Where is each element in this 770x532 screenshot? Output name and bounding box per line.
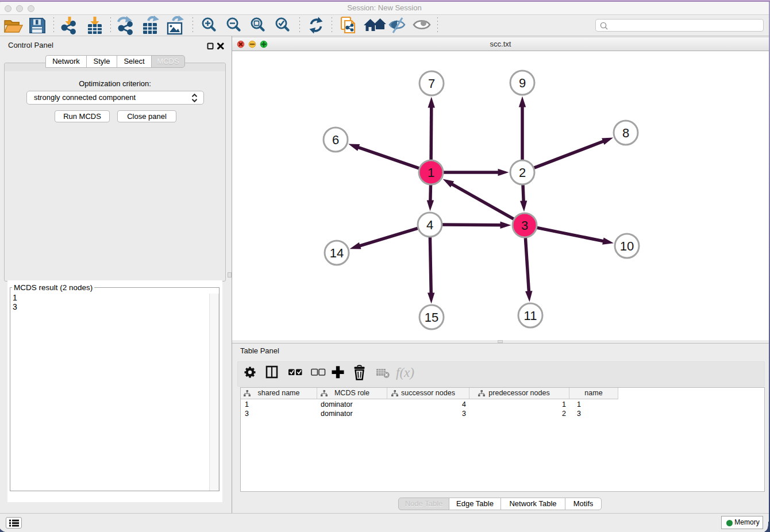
svg-text:f(x): f(x): [396, 365, 414, 380]
svg-text:4: 4: [426, 218, 433, 232]
svg-text:8: 8: [622, 126, 629, 140]
svg-text:6: 6: [332, 133, 339, 147]
svg-text:2: 2: [519, 165, 526, 180]
svg-text:1: 1: [428, 165, 434, 180]
svg-text:9: 9: [519, 76, 526, 90]
svg-text:3: 3: [521, 218, 528, 233]
svg-text:14: 14: [330, 246, 344, 260]
svg-text:10: 10: [620, 239, 634, 253]
svg-text:7: 7: [428, 76, 435, 91]
svg-text:15: 15: [425, 310, 438, 325]
svg-text:11: 11: [524, 309, 537, 323]
